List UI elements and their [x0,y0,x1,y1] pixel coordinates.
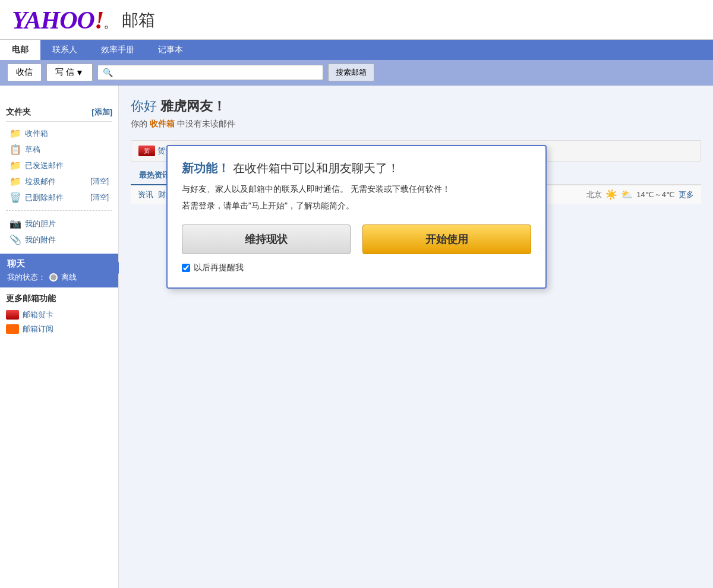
sidebar-divider-1 [6,210,112,211]
rss-icon [6,324,19,334]
folder-item-inbox[interactable]: 📁 收件箱 [6,125,112,141]
folder-section: 文件夹 [添加] 📁 收件箱 📋 草稿 📁 已发送邮件 📁 垃圾邮件 [清空] [0,103,118,206]
compose-label: 写 信 [55,67,74,78]
welcome-text: 你好 雅虎网友！ [131,97,701,115]
folder-item-draft[interactable]: 📋 草稿 [6,141,112,157]
sent-icon: 📁 [10,160,21,171]
chat-status: 我的状态： 离线 [7,272,111,283]
search-box: 🔍 [97,65,323,80]
more-item-greeting[interactable]: 邮箱贺卡 [6,308,112,322]
chat-title: 聊天 [7,258,111,270]
search-input[interactable] [115,68,318,77]
weather-more-link[interactable]: 更多 [679,189,694,200]
start-button[interactable]: 开始使用 [362,225,531,254]
photos-icon: 📷 [10,218,21,229]
sidebar: 文件夹 [添加] 📁 收件箱 📋 草稿 📁 已发送邮件 📁 垃圾邮件 [清空] [0,86,119,588]
folder-add-link[interactable]: [添加] [92,107,112,118]
inbox-icon: 📁 [10,128,21,139]
yahoo-logo-text: YAHOO!。 [12,6,117,34]
folder-item-sent[interactable]: 📁 已发送邮件 [6,157,112,173]
weather-temp: 14℃～4℃ [636,189,675,200]
deleted-clear-link[interactable]: [清空] [90,192,109,203]
compose-arrow-icon: ▼ [75,68,84,77]
chat-status-label: 我的状态： [7,272,46,283]
sent-label: 已发送邮件 [25,160,64,171]
popup-checkbox: 以后再提醒我 [182,263,531,273]
remind-checkbox-label[interactable]: 以后再提醒我 [194,263,244,273]
toolbar: 收信 写 信 ▼ 🔍 搜索邮箱 [0,60,713,86]
weather-cloudy-icon: ⛅ [621,189,633,200]
logo: YAHOO!。 邮箱 [12,6,701,34]
welcome-subtitle: 你的 收件箱 中没有未读邮件 [131,119,701,129]
content-area: 你好 雅虎网友！ 你的 收件箱 中没有未读邮件 贺 贺卡 R 订阅 🔒 改密码 [119,86,713,588]
welcome-username: 雅虎网友！ [160,99,226,113]
extra-section: 📷 我的胆片 📎 我的附件 [0,216,118,248]
tab-notes[interactable]: 记事本 [146,40,195,60]
chat-section: 聊天 我的状态： 离线 [0,254,118,287]
chat-offline-text[interactable]: 离线 [61,272,77,283]
nav-tabs: 电邮 联系人 效率手册 记事本 [0,40,713,60]
popup-title-new: 新功能！ [182,162,229,175]
spam-icon: 📁 [10,176,21,187]
tab-efficiency[interactable]: 效率手册 [89,40,146,60]
more-title: 更多邮箱功能 [6,293,112,304]
folder-item-spam[interactable]: 📁 垃圾邮件 [清空] [6,173,112,189]
status-indicator-icon [49,273,58,282]
popup-buttons: 维持现状 开始使用 [182,225,531,254]
inbox-label: 收件箱 [25,128,48,139]
popup-desc2: 若需登录，请单击"马上开始"，了解功能简介。 [182,199,531,212]
maintain-button[interactable]: 维持现状 [182,225,351,254]
tab-contacts[interactable]: 联系人 [40,40,89,60]
sidebar-item-photos[interactable]: 📷 我的胆片 [6,216,112,232]
greeting-card-label: 邮箱贺卡 [23,309,53,320]
more-section: 更多邮箱功能 邮箱贺卡 邮箱订阅 [0,287,118,342]
sidebar-item-attachments[interactable]: 📎 我的附件 [6,232,112,248]
folder-item-deleted[interactable]: 🗑️ 已删除邮件 [清空] [6,189,112,206]
logo-mailbox: 邮箱 [122,9,155,31]
welcome-hello: 你好 [131,99,157,113]
attachments-label: 我的附件 [25,235,56,245]
photos-label: 我的胆片 [25,219,56,229]
search-icon: 🔍 [103,68,113,77]
weather-city: 北京 [586,189,602,200]
greeting-card-icon [6,310,19,320]
deleted-label: 已删除邮件 [25,192,64,203]
news-link-info[interactable]: 资讯 [138,189,153,200]
compose-button[interactable]: 写 信 ▼ [46,64,93,81]
remind-checkbox[interactable] [182,264,190,272]
popup-title-rest: 在收件箱中可以和朋友聊天了！ [233,162,399,175]
popup-desc1: 与好友、家人以及邮箱中的联系人即时通信。 无需安装或下载任何软件！ [182,182,531,195]
receive-button[interactable]: 收信 [7,64,42,81]
deleted-icon: 🗑️ [10,192,21,203]
draft-label: 草稿 [25,144,40,155]
draft-icon: 📋 [10,144,21,155]
chat-section-wrapper: 聊天 我的状态： 离线 [0,254,118,287]
tool-greeting-icon: 贺 [138,146,155,156]
tab-email[interactable]: 电邮 [0,40,40,60]
more-item-rss[interactable]: 邮箱订阅 [6,322,112,336]
popup-title: 新功能！ 在收件箱中可以和朋友聊天了！ [182,160,531,176]
weather-sunny-icon: ☀️ [605,189,617,200]
attachments-icon: 📎 [10,234,21,245]
inbox-link[interactable]: 收件箱 [150,119,175,128]
spam-clear-link[interactable]: [清空] [90,176,109,186]
main-layout: 文件夹 [添加] 📁 收件箱 📋 草稿 📁 已发送邮件 📁 垃圾邮件 [清空] [0,86,713,588]
folder-title: 文件夹 [添加] [6,103,112,122]
spam-label: 垃圾邮件 [25,176,56,187]
search-button[interactable]: 搜索邮箱 [328,64,374,81]
rss-label: 邮箱订阅 [23,324,53,334]
popup-dialog: 新功能！ 在收件箱中可以和朋友聊天了！ 与好友、家人以及邮箱中的联系人即时通信。… [166,145,547,289]
weather-info: 北京 ☀️ ⛅ 14℃～4℃ 更多 [586,189,694,200]
header: YAHOO!。 邮箱 [0,0,713,40]
